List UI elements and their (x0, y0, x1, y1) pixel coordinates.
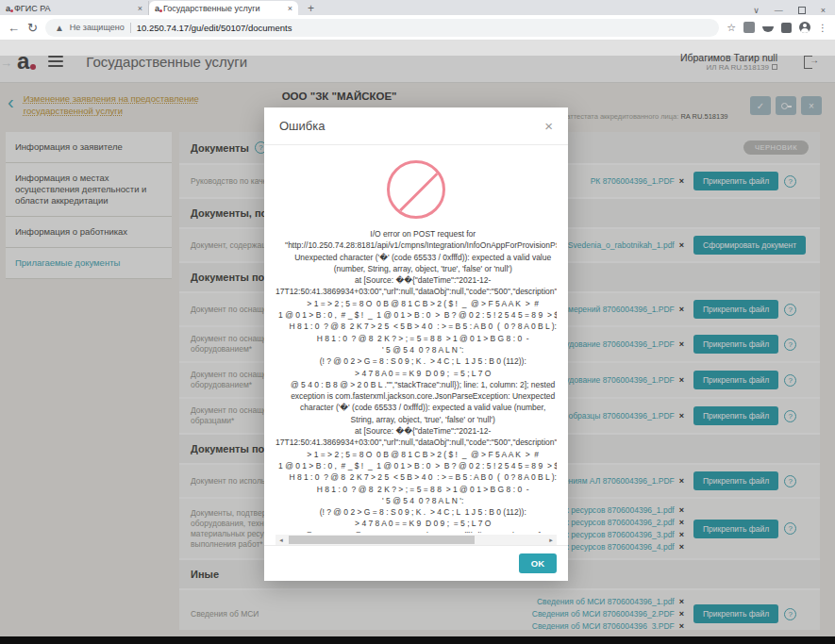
tab-close-icon[interactable]: × (288, 4, 292, 13)
new-tab-button[interactable]: + (298, 2, 324, 15)
close-window-button[interactable]: × (821, 6, 826, 15)
tab-strip: aФГИС РА×aГосударственные услуги× + ∨ — … (0, 0, 835, 15)
scroll-right-icon[interactable]: ▸ (545, 537, 557, 544)
horizontal-scrollbar[interactable]: ◂ ▸ (276, 535, 557, 545)
prohibition-error-icon (387, 160, 445, 219)
chevron-down-icon[interactable]: ∨ (753, 6, 760, 15)
scrollbar-thumb[interactable] (289, 536, 475, 544)
tabs: aФГИС РА×aГосударственные услуги× (0, 1, 298, 15)
ok-button[interactable]: OK (519, 553, 557, 573)
modal-body: I/O error on POST request for "http://10… (264, 145, 568, 545)
address-separator (130, 23, 131, 33)
modal-header: Ошибка × (264, 107, 568, 145)
bottom-bar (0, 636, 835, 644)
minimize-button[interactable]: — (775, 6, 783, 15)
browser-tab[interactable]: aГосударственные услуги× (149, 1, 298, 15)
not-secure-warning-icon[interactable]: ▲ (55, 23, 64, 33)
maximize-button[interactable] (798, 7, 806, 14)
browser-menu-icon[interactable]: ⋮ (818, 23, 827, 33)
extension-half-icon[interactable] (762, 26, 774, 32)
modal-close-icon[interactable]: × (544, 118, 553, 134)
modal-footer: OK (264, 545, 568, 581)
error-message: I/O error on POST request for "http://10… (276, 228, 557, 533)
browser-profile-avatar[interactable] (799, 22, 810, 33)
tab-favicon-icon: a (6, 4, 10, 13)
browser-window: aФГИС РА×aГосударственные услуги× + ∨ — … (0, 0, 835, 644)
error-scroll-area[interactable]: I/O error on POST request for "http://10… (276, 228, 557, 533)
extensions-puzzle-icon[interactable] (781, 23, 792, 33)
tab-close-icon[interactable]: × (138, 4, 142, 13)
window-controls: ∨ — × (753, 6, 835, 15)
url-text[interactable]: 10.250.74.17/gu/edit/50107/documents (137, 23, 292, 33)
bookmark-star-icon[interactable]: ☆ (726, 22, 736, 34)
modal-title: Ошибка (279, 119, 325, 133)
back-icon[interactable]: ← (8, 21, 20, 35)
extension-doc-icon[interactable] (743, 22, 755, 33)
tab-title: Государственные услуги (163, 4, 284, 13)
tab-favicon-icon: a (155, 4, 159, 13)
tab-title: ФГИС РА (14, 4, 134, 13)
browser-tab[interactable]: aФГИС РА× (0, 1, 149, 15)
reload-icon[interactable]: ↻ (27, 21, 38, 35)
scroll-left-icon[interactable]: ◂ (276, 537, 287, 544)
security-label: Не защищено (70, 23, 125, 32)
error-modal: Ошибка × I/O error on POST request for "… (264, 107, 568, 581)
address-bar[interactable]: ▲ Не защищено 10.250.74.17/gu/edit/50107… (45, 19, 719, 37)
browser-toolbar: ← → ↻ ▲ Не защищено 10.250.74.17/gu/edit… (0, 15, 835, 41)
scrollbar-track[interactable] (287, 536, 545, 544)
